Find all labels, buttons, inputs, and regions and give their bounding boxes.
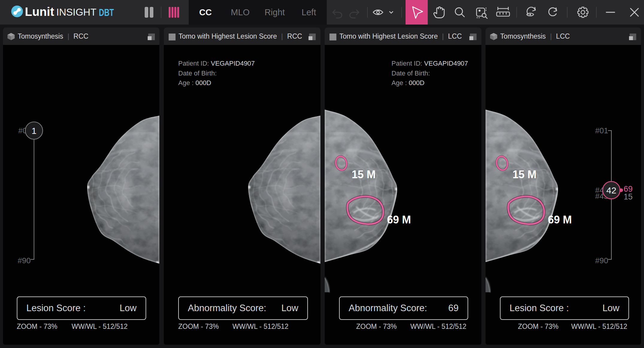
- svg-text:#90: #90: [18, 256, 31, 265]
- svg-text:#01: #01: [595, 126, 608, 135]
- svg-text:15: 15: [624, 192, 633, 201]
- svg-text:#90: #90: [595, 256, 608, 265]
- svg-text:1: 1: [31, 126, 37, 136]
- svg-text:42: 42: [606, 185, 616, 195]
